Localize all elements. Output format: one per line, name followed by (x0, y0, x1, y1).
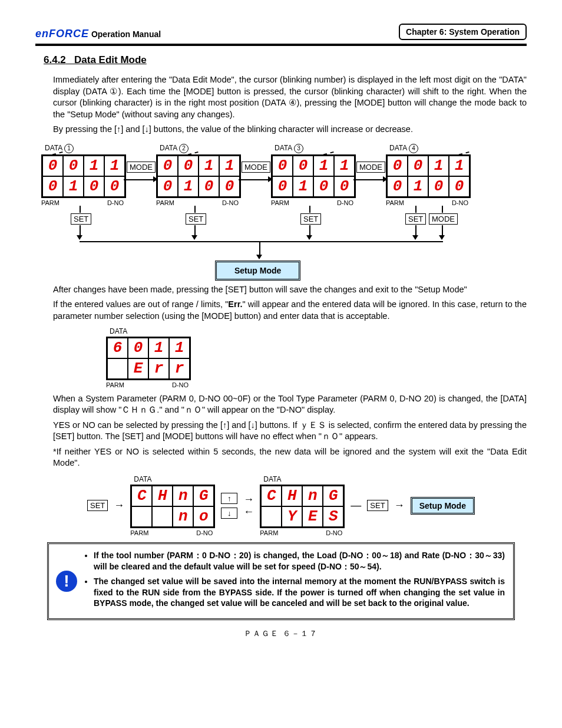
set-button-left: SET (87, 500, 108, 511)
set-button-2: SET (186, 213, 206, 225)
chng-yesno-diagram: SET → DATA CHnG no PARMD-NO ↑ ↓ →← DATA … (35, 475, 527, 536)
warning-box: ! If the tool number (PARM：0 D-NO：20) is… (47, 542, 515, 620)
para-chng-2: YES or NO can be selected by pressing th… (53, 420, 527, 443)
setup-mode-box-1: Setup Mode (215, 261, 300, 281)
exclamation-icon: ! (56, 571, 77, 592)
intro-para-1: Immediately after entering the "Data Edi… (53, 74, 527, 120)
lcd-display-2: 0011 0100 (156, 154, 241, 198)
mode-button-3: MODE (356, 162, 385, 173)
warn-bullet-1: If the tool number (PARM：0 D-NO：20) is c… (94, 550, 505, 572)
para-chng-1: When a System Parameter (PARM 0, D-NO 00… (53, 393, 527, 416)
setup-mode-box-2: Setup Mode (411, 497, 475, 515)
set-button-right: SET (367, 500, 388, 511)
set-button-4: SET (405, 213, 426, 225)
para-after-diag1-b: If the entered values are out of range /… (53, 299, 527, 322)
mode-button-2: MODE (242, 162, 270, 173)
lcd-chng-no: CHnG no (130, 485, 215, 528)
lcd-display-1: 0011 0100 (41, 154, 126, 198)
chapter-box: Chapter 6: System Operation (399, 24, 527, 40)
down-button: ↓ (221, 508, 237, 519)
header-divider (35, 44, 527, 46)
brand-logo: enFORCE (35, 28, 89, 39)
lcd-display-3: 0011 0100 (271, 154, 356, 198)
section-title: 6.4.2 Data Edit Mode (44, 54, 527, 66)
para-chng-3: *If neither YES or NO is selected within… (53, 446, 527, 469)
error-display-diagram: DATA 6011 Err PARMD-NO (106, 327, 527, 388)
intro-para-2: By pressing the [↑] and [↓] buttons, the… (53, 124, 527, 136)
lcd-error: 6011 Err (106, 337, 191, 380)
header-left: enFORCE Operation Manual (35, 28, 161, 40)
mode-button-4: MODE (429, 213, 458, 225)
page-footer: ＰＡＧＥ ６－１７ (35, 628, 527, 639)
lcd-display-4: 0011 0100 (386, 154, 471, 198)
manual-title: Operation Manual (91, 29, 161, 39)
up-button: ↑ (221, 493, 237, 504)
warn-bullet-2: The changed set value will be saved into… (94, 576, 505, 610)
para-after-diag1-a: After changes have been made, pressing t… (53, 284, 527, 296)
set-button-1: SET (71, 213, 91, 225)
mode-shift-diagram: DATA 1 0011 0100 PARMD-NO MODE DATA 2 00… (35, 144, 527, 279)
mode-button-1: MODE (127, 162, 156, 173)
set-button-3: SET (300, 213, 321, 225)
lcd-chng-yes: CHnG YES (260, 485, 345, 528)
